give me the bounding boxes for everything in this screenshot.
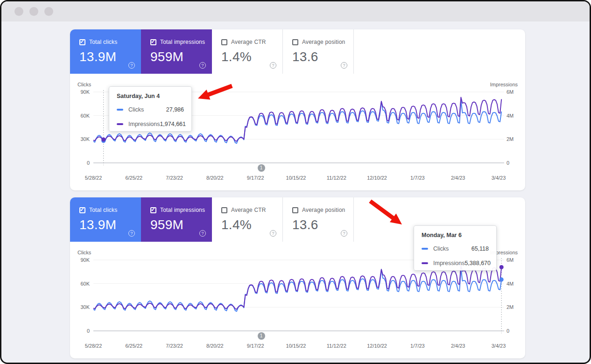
metric-card-average-position[interactable]: ✓ Average position 13.6 ? <box>283 197 354 242</box>
metric-card-average-ctr[interactable]: ✓ Average CTR 1.4% ? <box>212 29 283 74</box>
tooltip-series-label: Clicks <box>433 245 449 252</box>
chart-tooltip: Saturday, Jun 4 Clicks 27,986 Impression… <box>109 86 192 132</box>
tooltip-series-label: Impressions <box>433 260 464 266</box>
metric-card-average-position[interactable]: ✓ Average position 13.6 ? <box>283 29 354 74</box>
left-axis-tick-label: 60K <box>70 113 90 119</box>
left-axis-tick-label: 60K <box>70 281 90 287</box>
metric-card-label: Total impressions <box>160 207 205 213</box>
help-icon[interactable]: ? <box>199 62 206 69</box>
metric-card-total-impressions[interactable]: ✓ Total impressions 959M ? <box>141 29 212 74</box>
metric-card-label: Average CTR <box>231 39 266 45</box>
app-window: Clicks Impressions 90K60K30K0 6M4M2M0 5/… <box>0 0 591 364</box>
checkbox-icon[interactable]: ✓ <box>292 207 298 213</box>
tooltip-series-value: 1,974,661 <box>160 121 186 127</box>
performance-panel-top: Clicks Impressions 90K60K30K0 6M4M2M0 5/… <box>70 29 525 190</box>
checkbox-icon[interactable]: ✓ <box>79 207 85 213</box>
window-titlebar[interactable] <box>1 1 590 21</box>
checkbox-icon[interactable]: ✓ <box>150 39 156 45</box>
window-control-dot-2[interactable] <box>29 7 38 16</box>
right-axis-tick-label: 2M <box>507 136 514 142</box>
help-icon[interactable]: ? <box>128 230 135 237</box>
tooltip-series-value: 65,118 <box>471 245 489 252</box>
tooltip-row-impressions: Impressions 5,388,670 <box>422 259 489 267</box>
tooltip-row-clicks: Clicks 27,986 <box>117 105 184 114</box>
help-icon[interactable]: ? <box>341 62 347 69</box>
right-axis-tick-label: 0 <box>507 160 509 166</box>
metric-card-label: Average position <box>302 39 345 45</box>
x-axis-date-label: 6/25/22 <box>119 175 149 181</box>
tooltip-row-clicks: Clicks 65,118 <box>422 245 489 253</box>
checkbox-icon[interactable]: ✓ <box>150 207 156 213</box>
x-axis-date-label: 9/17/22 <box>240 175 270 181</box>
right-axis-tick-label: 4M <box>507 281 514 287</box>
help-icon[interactable]: ? <box>341 230 347 237</box>
tooltip-series-label: Impressions <box>128 121 160 127</box>
clicks-series-swatch-icon <box>422 248 428 250</box>
metric-card-total-impressions[interactable]: ✓ Total impressions 959M ? <box>141 197 212 242</box>
annotation-badge[interactable]: 1 <box>258 332 265 340</box>
help-icon[interactable]: ? <box>128 62 135 69</box>
x-axis-date-label: 12/10/22 <box>362 175 392 181</box>
metric-card-total-clicks[interactable]: ✓ Total clicks 13.9M ? <box>70 29 141 74</box>
checkbox-icon[interactable]: ✓ <box>79 39 85 45</box>
help-icon[interactable]: ? <box>199 230 206 237</box>
checkbox-icon[interactable]: ✓ <box>221 39 227 45</box>
red-arrow-annotation <box>369 199 402 224</box>
x-axis-date-label: 3/4/23 <box>484 343 514 349</box>
impressions-series-swatch-icon <box>422 262 428 264</box>
annotation-badge[interactable]: 1 <box>258 164 265 172</box>
x-axis-date-label: 2/4/23 <box>443 343 473 349</box>
left-axis-tick-label: 90K <box>70 257 90 263</box>
chart-tooltip: Monday, Mar 6 Clicks 65,118 Impressions … <box>414 225 497 271</box>
metric-card-label: Total clicks <box>89 39 117 45</box>
x-axis-date-label: 10/15/22 <box>281 343 311 349</box>
metric-card-label: Total clicks <box>89 207 117 213</box>
x-axis-date-label: 8/20/22 <box>200 175 230 181</box>
right-axis-tick-label: 6M <box>507 89 514 95</box>
x-axis-date-label: 7/23/22 <box>160 343 190 349</box>
tooltip-date: Saturday, Jun 4 <box>117 93 184 99</box>
x-axis-date-label: 3/4/23 <box>484 175 514 181</box>
tooltip-row-impressions: Impressions 1,974,661 <box>117 120 184 128</box>
left-axis-tick-label: 30K <box>70 136 90 142</box>
x-axis-date-label: 6/25/22 <box>119 343 149 349</box>
performance-panel-bottom: Clicks Impressions 90K60K30K0 6M4M2M0 5/… <box>70 197 525 358</box>
x-axis-date-label: 1/7/23 <box>402 343 432 349</box>
help-icon[interactable]: ? <box>270 230 276 237</box>
left-axis-tick-label: 90K <box>70 89 90 95</box>
tooltip-series-label: Clicks <box>128 106 144 113</box>
tooltip-series-value: 5,388,670 <box>464 260 491 266</box>
checkbox-icon[interactable]: ✓ <box>221 207 227 213</box>
tooltip-date: Monday, Mar 6 <box>422 232 489 238</box>
impressions-series-swatch-icon <box>117 123 123 125</box>
left-axis-tick-label: 0 <box>70 160 90 166</box>
metric-cards-row: ✓ Total clicks 13.9M ? ✓ Total impressio… <box>70 29 354 74</box>
x-axis-date-label: 10/15/22 <box>281 175 311 181</box>
x-axis-date-label: 11/12/22 <box>322 343 352 349</box>
left-axis-title: Clicks <box>77 250 91 255</box>
x-axis-date-label: 11/12/22 <box>322 175 352 181</box>
metric-card-average-ctr[interactable]: ✓ Average CTR 1.4% ? <box>212 197 283 242</box>
x-axis-date-label: 8/20/22 <box>200 343 230 349</box>
tooltip-series-value: 27,986 <box>166 106 184 113</box>
metric-card-total-clicks[interactable]: ✓ Total clicks 13.9M ? <box>70 197 141 242</box>
x-axis-date-label: 12/10/22 <box>362 343 392 349</box>
metric-cards-row: ✓ Total clicks 13.9M ? ✓ Total impressio… <box>70 197 354 242</box>
x-axis-date-label: 7/23/22 <box>160 175 190 181</box>
metric-card-label: Total impressions <box>160 39 205 45</box>
x-axis-date-label: 5/28/22 <box>78 175 108 181</box>
checkbox-icon[interactable]: ✓ <box>292 39 298 45</box>
right-axis-title: Impressions <box>490 82 518 87</box>
metric-card-label: Average position <box>302 207 345 213</box>
metric-card-label: Average CTR <box>231 207 266 213</box>
x-axis-date-label: 5/28/22 <box>78 343 108 349</box>
x-axis-date-label: 1/7/23 <box>402 175 432 181</box>
left-axis-title: Clicks <box>77 82 91 87</box>
right-axis-tick-label: 4M <box>507 113 514 119</box>
window-control-dot-1[interactable] <box>14 7 23 16</box>
window-control-dot-3[interactable] <box>44 7 53 16</box>
help-icon[interactable]: ? <box>270 62 276 69</box>
right-axis-tick-label: 2M <box>507 304 514 310</box>
clicks-series-swatch-icon <box>117 109 123 111</box>
x-axis-date-label: 2/4/23 <box>443 175 473 181</box>
